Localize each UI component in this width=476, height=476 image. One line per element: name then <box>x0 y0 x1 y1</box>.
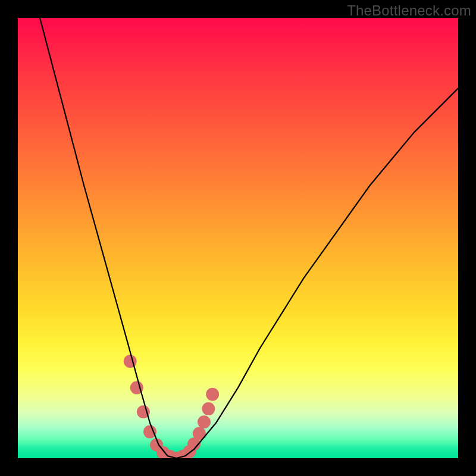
bottleneck-chart-svg <box>18 18 458 458</box>
highlight-dot <box>143 425 156 439</box>
bottleneck-curve <box>40 18 458 458</box>
watermark-text: TheBottleneck.com <box>347 2 471 19</box>
highlight-dot <box>202 402 215 415</box>
marker-group <box>124 355 219 458</box>
highlight-dot <box>124 355 137 368</box>
highlight-dot <box>198 415 211 428</box>
highlight-dot <box>206 388 219 401</box>
chart-frame: TheBottleneck.com <box>0 0 476 476</box>
plot-area <box>18 18 458 458</box>
